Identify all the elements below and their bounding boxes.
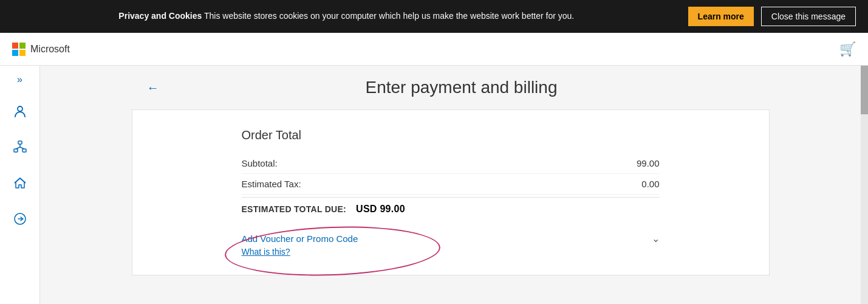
learn-more-button[interactable]: Learn more [688,7,754,26]
cookie-banner-body: This website stores cookies on your comp… [204,11,574,21]
total-label: ESTIMATED TOTAL DUE: [242,204,347,214]
cart-icon[interactable]: 🛒 [839,41,856,57]
svg-line-6 [20,147,24,149]
sidebar-expand-icon[interactable]: » [15,72,25,88]
svg-rect-1 [18,141,22,144]
sidebar: » [0,66,40,304]
cookie-banner: Privacy and Cookies This website stores … [0,0,868,33]
svg-rect-2 [14,149,18,152]
cookie-banner-bold: Privacy and Cookies [118,11,202,21]
subtotal-label: Subtotal: [242,158,278,168]
cookie-banner-text: Privacy and Cookies This website stores … [12,10,681,22]
subtotal-row: Subtotal: 99.00 [242,153,660,174]
promo-chevron-icon: ⌄ [652,233,660,244]
svg-rect-3 [22,149,26,152]
scrollbar-thumb[interactable] [861,66,868,114]
promo-section: Add Voucher or Promo Code ⌄ What is this… [242,233,660,257]
sidebar-home-icon[interactable] [11,174,29,195]
tax-label: Estimated Tax: [242,179,301,189]
header: Microsoft 🛒 [0,33,868,66]
ms-yellow-square [19,50,26,56]
what-is-this-link[interactable]: What is this? [242,247,660,257]
content-area: ← Enter payment and billing Order Total … [40,66,861,304]
ms-logo-grid [12,43,26,56]
sidebar-person-icon[interactable] [11,102,29,123]
order-total-title: Order Total [242,128,660,142]
svg-line-5 [16,147,20,149]
back-arrow-icon[interactable]: ← [147,81,159,95]
promo-link[interactable]: Add Voucher or Promo Code [242,233,358,244]
ms-red-square [12,43,18,49]
microsoft-logo: Microsoft [12,43,70,56]
promo-toggle[interactable]: Add Voucher or Promo Code ⌄ [242,233,660,244]
total-value: USD 99.00 [356,204,405,215]
subtotal-value: 99.00 [637,158,660,168]
billing-card: Order Total Subtotal: 99.00 Estimated Ta… [132,109,770,275]
page-title: Enter payment and billing [169,78,754,97]
sidebar-network-icon[interactable] [11,138,29,159]
tax-value: 0.00 [641,179,659,189]
page-title-row: ← Enter payment and billing [147,78,754,97]
ms-blue-square [12,50,18,56]
main-layout: » [0,66,868,304]
tax-row: Estimated Tax: 0.00 [242,174,660,195]
ms-green-square [19,43,26,49]
svg-point-0 [18,106,22,111]
sidebar-arrow-icon[interactable] [11,210,29,231]
ms-logo-text: Microsoft [30,44,70,55]
scrollbar-track[interactable] [861,66,868,304]
total-row: ESTIMATED TOTAL DUE: USD 99.00 [242,197,660,221]
close-message-button[interactable]: Close this message [761,7,856,26]
